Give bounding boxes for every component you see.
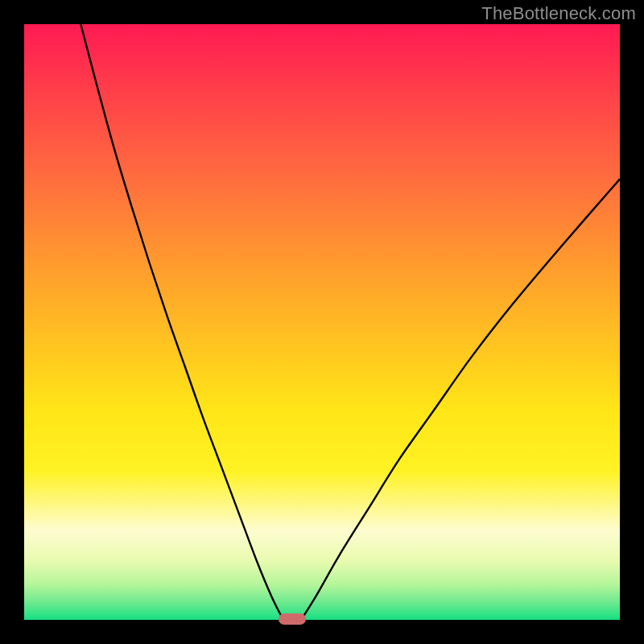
left-curve (80, 24, 283, 620)
watermark-text: TheBottleneck.com (481, 3, 636, 24)
bottleneck-marker (279, 613, 306, 625)
curves-layer (24, 24, 620, 620)
right-curve (301, 179, 620, 620)
chart-frame: TheBottleneck.com (0, 0, 644, 644)
